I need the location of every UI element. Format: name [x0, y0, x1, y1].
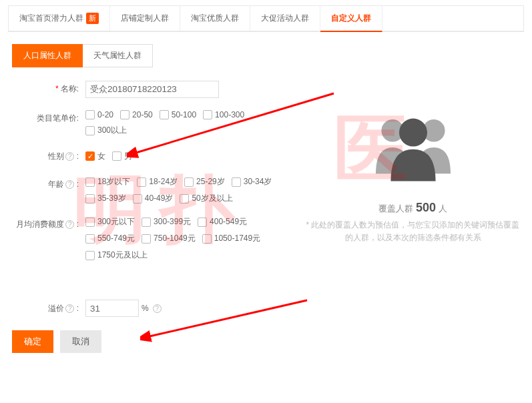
chk-spend-6[interactable]: 1750元及以上	[85, 250, 148, 261]
tab-custom-crowd[interactable]: 自定义人群	[320, 6, 382, 32]
help-icon[interactable]: ?	[153, 304, 162, 313]
help-icon[interactable]: ?	[65, 180, 74, 189]
premium-input[interactable]	[85, 300, 139, 317]
coverage-panel: 覆盖人群 500 人 * 此处的覆盖人数为预估值，与您宝贝添加的关键词预估覆盖的…	[292, 81, 520, 273]
chk-price-0[interactable]: 0-20	[85, 110, 113, 119]
coverage-tip: * 此处的覆盖人数为预估值，与您宝贝添加的关键词预估覆盖的人群，以及本次的筛选条…	[306, 219, 520, 244]
chk-age-3[interactable]: 30-34岁	[232, 176, 272, 187]
help-icon[interactable]: ?	[65, 220, 74, 229]
form-area: *名称: 类目笔单价: 0-20 20-50 50-100 100-300 30…	[0, 67, 532, 280]
chk-age-2[interactable]: 25-29岁	[184, 176, 225, 187]
chk-spend-0[interactable]: 300元以下	[85, 216, 135, 228]
chk-spend-1[interactable]: 300-399元	[142, 216, 191, 228]
premium-label: 溢价? :	[12, 300, 85, 316]
coverage-text: 覆盖人群 500 人	[306, 201, 520, 215]
row-spend: 月均消费额度? : 300元以下 300-399元 400-549元 550-7…	[12, 216, 292, 261]
chk-price-2[interactable]: 50-100	[160, 110, 196, 119]
percent-label: %	[142, 304, 149, 313]
cancel-button[interactable]: 取消	[60, 330, 101, 353]
gender-label: 性别? :	[12, 148, 85, 164]
price-label: 类目笔单价:	[12, 110, 85, 136]
chk-spend-5[interactable]: 1050-1749元	[202, 233, 260, 244]
name-input[interactable]	[85, 81, 219, 98]
spend-label: 月均消费额度? :	[12, 216, 85, 261]
help-icon[interactable]: ?	[65, 304, 74, 313]
chk-spend-4[interactable]: 750-1049元	[142, 233, 196, 244]
tab-shop-custom[interactable]: 店铺定制人群	[110, 6, 180, 31]
row-price: 类目笔单价: 0-20 20-50 50-100 100-300 300以上	[12, 110, 292, 136]
tab-taobao-quality[interactable]: 淘宝优质人群	[180, 6, 250, 31]
chk-female[interactable]: ✓女	[85, 151, 105, 162]
confirm-button[interactable]: 确定	[12, 330, 53, 353]
chk-price-4[interactable]: 300以上	[85, 125, 127, 136]
name-label: *名称:	[12, 81, 85, 98]
row-age: 年龄? : 18岁以下 18-24岁 25-29岁 30-34岁 35-39岁 …	[12, 176, 292, 204]
price-opts: 0-20 20-50 50-100 100-300 300以上	[85, 110, 292, 136]
row-name: *名称:	[12, 81, 292, 98]
tab-promotion[interactable]: 大促活动人群	[250, 6, 320, 31]
subtab-demographic[interactable]: 人口属性人群	[12, 44, 83, 67]
chk-age-4[interactable]: 35-39岁	[85, 193, 126, 204]
chk-spend-2[interactable]: 400-549元	[198, 216, 247, 228]
subtab-weather[interactable]: 天气属性人群	[83, 44, 153, 67]
svg-point-2	[399, 119, 427, 147]
help-icon[interactable]: ?	[65, 152, 74, 161]
chk-age-6[interactable]: 50岁及以上	[180, 193, 232, 204]
row-gender: 性别? : ✓女 男	[12, 148, 292, 164]
chk-price-1[interactable]: 20-50	[120, 110, 153, 119]
crowd-icon	[366, 101, 460, 194]
chk-age-0[interactable]: 18岁以下	[85, 176, 130, 187]
chk-age-1[interactable]: 18-24岁	[137, 176, 178, 187]
chk-price-3[interactable]: 100-300	[203, 110, 244, 119]
tab-taobao-home[interactable]: 淘宝首页潜力人群 新	[9, 6, 110, 31]
chk-male[interactable]: 男	[112, 151, 132, 162]
chk-age-5[interactable]: 40-49岁	[133, 193, 174, 204]
row-premium: 溢价? : % ?	[12, 300, 520, 317]
chk-spend-3[interactable]: 550-749元	[85, 233, 135, 244]
badge-new-icon: 新	[86, 13, 99, 24]
sub-tabs: 人口属性人群 天气属性人群	[12, 44, 520, 67]
age-label: 年龄? :	[12, 176, 85, 204]
tab-label: 淘宝首页潜力人群	[19, 13, 83, 24]
top-tabs: 淘宝首页潜力人群 新 店铺定制人群 淘宝优质人群 大促活动人群 自定义人群	[8, 5, 524, 32]
